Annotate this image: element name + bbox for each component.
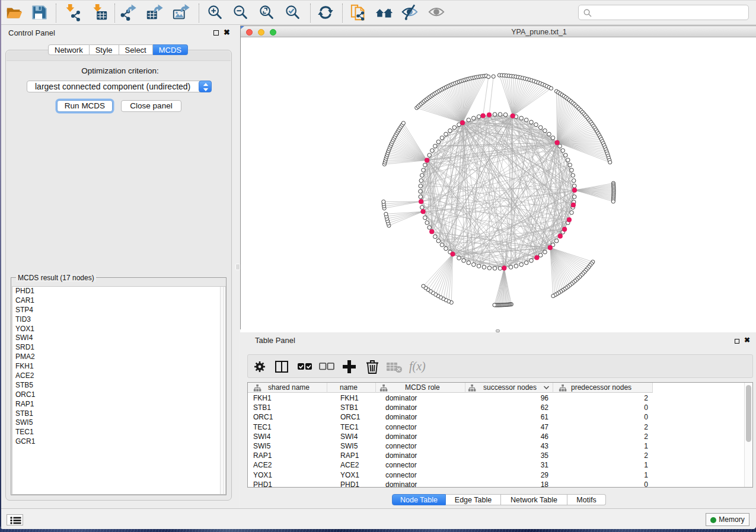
svg-text:f(x): f(x) bbox=[409, 360, 426, 373]
